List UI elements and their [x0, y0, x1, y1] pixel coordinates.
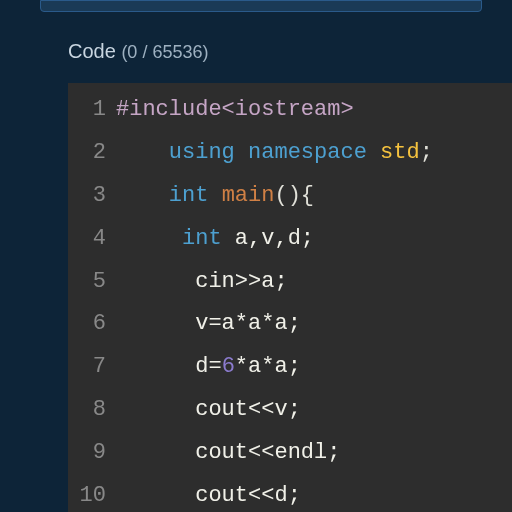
line-number: 6: [68, 303, 116, 346]
code-content[interactable]: cout<<endl;: [116, 432, 340, 475]
code-content[interactable]: int a,v,d;: [116, 218, 314, 261]
code-line[interactable]: 1#include<iostream>: [68, 89, 512, 132]
line-number: 9: [68, 432, 116, 475]
code-char-counter: (0 / 65536): [121, 42, 208, 62]
panel-border-top: [40, 0, 482, 12]
code-line[interactable]: 4 int a,v,d;: [68, 218, 512, 261]
code-content[interactable]: int main(){: [116, 175, 314, 218]
line-number: 3: [68, 175, 116, 218]
line-number: 2: [68, 132, 116, 175]
line-number: 10: [68, 475, 116, 512]
line-number: 4: [68, 218, 116, 261]
line-number: 1: [68, 89, 116, 132]
code-content[interactable]: using namespace std;: [116, 132, 433, 175]
code-line[interactable]: 3 int main(){: [68, 175, 512, 218]
code-content[interactable]: d=6*a*a;: [116, 346, 301, 389]
code-content[interactable]: cout<<d;: [116, 475, 301, 512]
code-line[interactable]: 6 v=a*a*a;: [68, 303, 512, 346]
line-number: 5: [68, 261, 116, 304]
code-content[interactable]: v=a*a*a;: [116, 303, 301, 346]
code-editor[interactable]: 1#include<iostream>2 using namespace std…: [68, 83, 512, 512]
code-label-text: Code: [68, 40, 116, 62]
code-line[interactable]: 2 using namespace std;: [68, 132, 512, 175]
code-content[interactable]: cin>>a;: [116, 261, 288, 304]
code-line[interactable]: 5 cin>>a;: [68, 261, 512, 304]
code-line[interactable]: 10 cout<<d;: [68, 475, 512, 512]
code-line[interactable]: 8 cout<<v;: [68, 389, 512, 432]
code-line[interactable]: 7 d=6*a*a;: [68, 346, 512, 389]
code-line[interactable]: 9 cout<<endl;: [68, 432, 512, 475]
code-section-label: Code (0 / 65536): [68, 40, 512, 63]
code-content[interactable]: #include<iostream>: [116, 89, 354, 132]
line-number: 7: [68, 346, 116, 389]
line-number: 8: [68, 389, 116, 432]
code-content[interactable]: cout<<v;: [116, 389, 301, 432]
